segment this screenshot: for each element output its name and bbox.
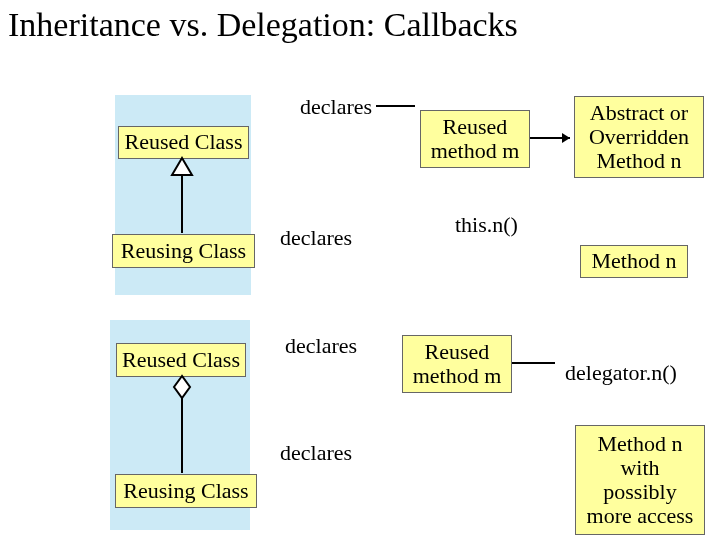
this-n-label: this.n() [455, 212, 518, 238]
box-label: Reused method m [431, 115, 520, 163]
abstract-method-top: Abstract or Overridden Method n [574, 96, 704, 178]
box-label: Abstract or Overridden Method n [589, 101, 689, 174]
box-label: Reused Class [122, 348, 240, 372]
box-label: Method n [592, 249, 677, 273]
declares-label-bottom-1: declares [285, 333, 357, 359]
delegator-n-label: delegator.n() [565, 360, 677, 386]
box-label: Reusing Class [123, 479, 248, 503]
reusing-class-top: Reusing Class [112, 234, 255, 268]
method-n-top: Method n [580, 245, 688, 278]
box-label: Reusing Class [121, 239, 246, 263]
reusing-class-bottom: Reusing Class [115, 474, 257, 508]
declares-label-top-2: declares [280, 225, 352, 251]
page-title: Inheritance vs. Delegation: Callbacks [8, 6, 518, 44]
declares-label-bottom-2: declares [280, 440, 352, 466]
svg-marker-3 [562, 133, 570, 143]
reused-method-bottom: Reused method m [402, 335, 512, 393]
method-n-bottom: Method n with possibly more access [575, 425, 705, 535]
box-label: Reused Class [125, 130, 243, 154]
box-label: Reused method m [413, 340, 502, 388]
declares-label-top-1: declares [300, 94, 372, 120]
reused-class-bottom: Reused Class [116, 343, 246, 377]
reused-method-top: Reused method m [420, 110, 530, 168]
box-label: Method n with possibly more access [587, 432, 694, 529]
reused-class-top: Reused Class [118, 126, 249, 159]
